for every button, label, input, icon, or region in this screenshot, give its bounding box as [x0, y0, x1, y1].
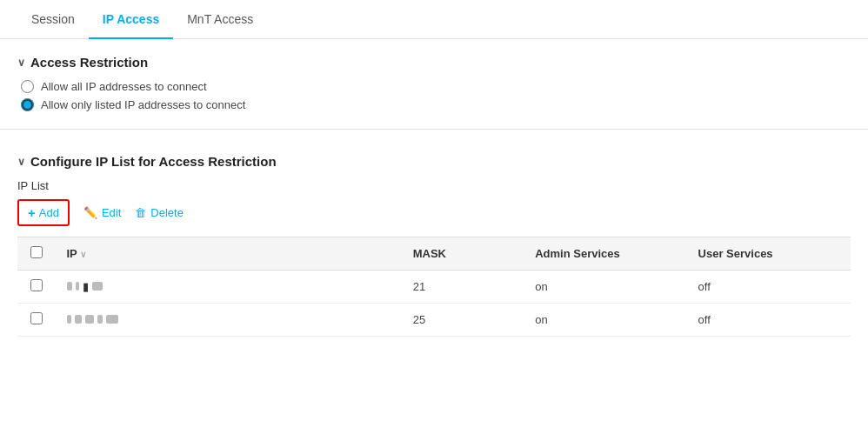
select-all-checkbox[interactable] — [30, 246, 43, 258]
delete-button[interactable]: 🗑 Delete — [135, 206, 184, 219]
ip-list-chevron[interactable]: ∨ — [17, 156, 25, 168]
row1-ip-value: ▮ — [67, 280, 103, 293]
radio-allow-listed-label: Allow only listed IP addresses to connec… — [41, 98, 245, 111]
row1-mask: 21 — [403, 271, 525, 304]
radio-allow-all-label: Allow all IP addresses to connect — [41, 80, 207, 93]
radio-allow-listed[interactable]: Allow only listed IP addresses to connec… — [21, 98, 851, 111]
row2-mask: 25 — [403, 304, 525, 337]
row2-checkbox[interactable] — [30, 312, 43, 324]
ip-block — [76, 282, 79, 291]
ip-block — [92, 282, 103, 291]
table-header-row: IP ∨ MASK Admin Services User Services — [17, 237, 851, 271]
row1-checkbox-cell — [17, 271, 57, 304]
delete-icon: 🗑 — [135, 206, 146, 219]
access-restriction-section: ∨ Access Restriction Allow all IP addres… — [0, 39, 868, 120]
plus-icon: + — [28, 205, 36, 220]
delete-label: Delete — [150, 206, 184, 219]
ip-block — [75, 315, 82, 324]
row1-checkbox[interactable] — [30, 279, 43, 291]
row1-admin: on — [524, 271, 687, 304]
table-row: 25 on off — [17, 304, 851, 337]
ip-list-header: ∨ Configure IP List for Access Restricti… — [17, 154, 851, 169]
row2-admin: on — [524, 304, 687, 337]
access-restriction-header: ∨ Access Restriction — [17, 55, 851, 70]
ip-list-toolbar: + Add ✏️ Edit 🗑 Delete — [17, 199, 851, 226]
access-restriction-title: Access Restriction — [30, 55, 148, 70]
access-restriction-radio-group: Allow all IP addresses to connect Allow … — [17, 80, 851, 111]
tab-mnt-access[interactable]: MnT Access — [173, 0, 267, 38]
row2-ip-value — [67, 315, 118, 324]
th-mask: MASK — [403, 237, 525, 271]
edit-button[interactable]: ✏️ Edit — [83, 206, 121, 219]
row2-checkbox-cell — [17, 304, 57, 337]
radio-allow-all-input[interactable] — [21, 80, 34, 93]
ip-table: IP ∨ MASK Admin Services User Services — [17, 237, 851, 337]
radio-allow-listed-input[interactable] — [21, 98, 34, 111]
ip-list-title: Configure IP List for Access Restriction — [30, 154, 277, 169]
edit-icon: ✏️ — [83, 206, 97, 219]
add-label: Add — [39, 206, 59, 219]
edit-label: Edit — [102, 206, 121, 219]
table-row: ▮ 21 on off — [17, 271, 851, 304]
ip-sort-arrow: ∨ — [80, 250, 86, 259]
th-ip[interactable]: IP ∨ — [57, 237, 403, 271]
ip-block — [67, 282, 72, 291]
ip-block — [106, 315, 118, 324]
row2-ip — [57, 304, 403, 337]
row2-user: off — [688, 304, 851, 337]
row1-ip: ▮ — [57, 271, 403, 304]
section-divider — [0, 129, 868, 130]
ip-block — [97, 315, 103, 324]
tab-session[interactable]: Session — [17, 0, 89, 38]
th-checkbox — [17, 237, 57, 271]
access-restriction-chevron[interactable]: ∨ — [17, 57, 25, 69]
add-button[interactable]: + Add — [17, 199, 70, 226]
tabs-bar: Session IP Access MnT Access — [0, 0, 868, 39]
tab-ip-access[interactable]: IP Access — [89, 0, 173, 38]
ip-list-label: IP List — [17, 179, 851, 192]
ip-list-section: ∨ Configure IP List for Access Restricti… — [0, 138, 868, 345]
th-admin-services: Admin Services — [524, 237, 687, 271]
radio-allow-all[interactable]: Allow all IP addresses to connect — [21, 80, 851, 93]
th-user-services: User Services — [688, 237, 851, 271]
row1-user: off — [688, 271, 851, 304]
ip-block — [67, 315, 71, 324]
ip-block — [85, 315, 94, 324]
